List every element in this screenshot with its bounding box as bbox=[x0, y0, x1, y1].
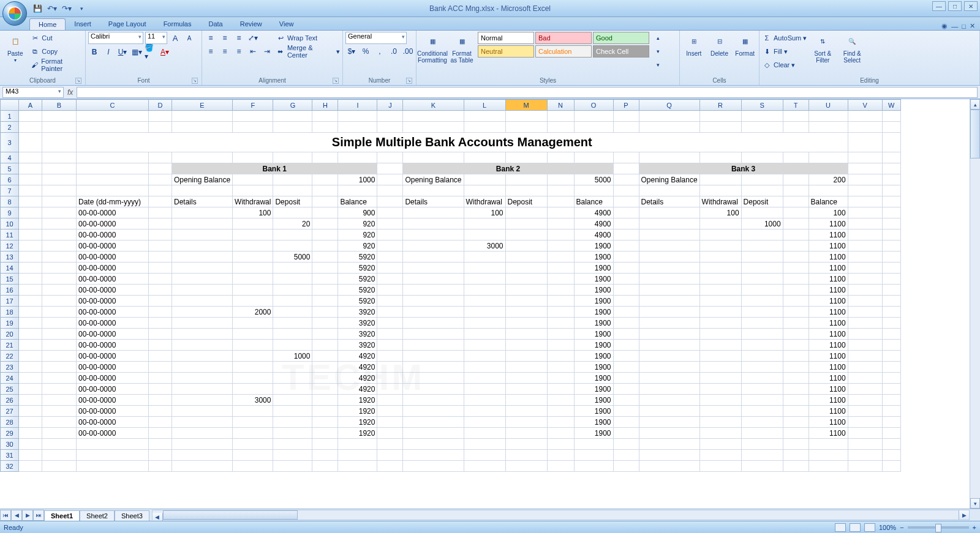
cell[interactable]: 1000 bbox=[273, 351, 312, 362]
cell[interactable] bbox=[547, 229, 574, 240]
cell[interactable]: 1900 bbox=[574, 296, 613, 307]
align-top-icon[interactable]: ≡ bbox=[205, 32, 217, 44]
cell[interactable] bbox=[464, 395, 505, 406]
conditional-formatting-button[interactable]: ▦Conditional Formatting bbox=[419, 32, 446, 65]
cell[interactable] bbox=[172, 384, 233, 395]
cell[interactable]: 1900 bbox=[574, 318, 613, 329]
cell[interactable] bbox=[639, 185, 699, 196]
align-middle-icon[interactable]: ≡ bbox=[219, 32, 231, 44]
cell[interactable] bbox=[699, 307, 741, 318]
cell[interactable] bbox=[403, 450, 464, 461]
cell[interactable] bbox=[809, 439, 848, 450]
cell[interactable] bbox=[233, 461, 273, 472]
cell[interactable] bbox=[403, 307, 464, 318]
sheet-tab-sheet1[interactable]: Sheet1 bbox=[44, 510, 80, 521]
cell[interactable] bbox=[377, 207, 403, 218]
cell[interactable] bbox=[464, 252, 505, 263]
cell[interactable] bbox=[783, 111, 809, 122]
cell[interactable] bbox=[741, 111, 783, 122]
cell[interactable] bbox=[505, 362, 547, 373]
cell[interactable]: 00-00-0000 bbox=[77, 307, 149, 318]
col-header-W[interactable]: W bbox=[882, 100, 900, 111]
cell[interactable] bbox=[19, 207, 42, 218]
cell[interactable] bbox=[882, 229, 900, 240]
cell[interactable] bbox=[505, 450, 547, 461]
cell[interactable] bbox=[19, 417, 42, 428]
cell[interactable] bbox=[882, 185, 900, 196]
cell[interactable] bbox=[882, 174, 900, 185]
cell[interactable] bbox=[741, 406, 783, 417]
cell[interactable] bbox=[149, 439, 172, 450]
cell[interactable] bbox=[19, 185, 42, 196]
cell[interactable] bbox=[172, 461, 233, 472]
cell[interactable]: 5920 bbox=[338, 263, 377, 274]
cell[interactable] bbox=[273, 329, 312, 340]
cell[interactable] bbox=[741, 307, 783, 318]
maximize-button[interactable]: □ bbox=[948, 1, 962, 11]
cell[interactable] bbox=[464, 285, 505, 296]
cell[interactable]: 4920 bbox=[338, 362, 377, 373]
cell[interactable] bbox=[639, 428, 699, 439]
cell[interactable]: 200 bbox=[809, 174, 848, 185]
insert-cells-button[interactable]: ⊞Insert bbox=[682, 32, 706, 58]
tab-formulas[interactable]: Formulas bbox=[155, 18, 200, 30]
cell[interactable] bbox=[377, 318, 403, 329]
cell[interactable] bbox=[547, 351, 574, 362]
cell[interactable] bbox=[19, 152, 42, 163]
cell[interactable]: 1000 bbox=[741, 218, 783, 229]
cell[interactable] bbox=[848, 218, 882, 229]
cell[interactable] bbox=[809, 122, 848, 133]
col-header-T[interactable]: T bbox=[783, 100, 809, 111]
cell[interactable] bbox=[233, 285, 273, 296]
merge-center-button[interactable]: ⬌Merge & Center▾ bbox=[276, 45, 340, 58]
cell[interactable] bbox=[149, 406, 172, 417]
cell[interactable] bbox=[149, 307, 172, 318]
row-header-6[interactable]: 6 bbox=[1, 174, 19, 185]
cell[interactable] bbox=[613, 461, 639, 472]
cell[interactable] bbox=[312, 185, 338, 196]
cell[interactable] bbox=[42, 362, 77, 373]
cell[interactable] bbox=[377, 450, 403, 461]
decrease-indent-icon[interactable]: ⇤ bbox=[247, 45, 259, 58]
cell[interactable]: Bank 3 bbox=[639, 163, 848, 174]
cell[interactable]: 4900 bbox=[574, 207, 613, 218]
col-header-S[interactable]: S bbox=[741, 100, 783, 111]
col-header-V[interactable]: V bbox=[848, 100, 882, 111]
style-calculation[interactable]: Calculation bbox=[535, 45, 592, 58]
cell[interactable]: 1900 bbox=[574, 351, 613, 362]
cell[interactable] bbox=[699, 373, 741, 384]
cell[interactable] bbox=[848, 351, 882, 362]
col-header-L[interactable]: L bbox=[464, 100, 505, 111]
cell[interactable] bbox=[233, 296, 273, 307]
cell[interactable] bbox=[42, 340, 77, 351]
cell[interactable] bbox=[273, 318, 312, 329]
cell[interactable] bbox=[505, 152, 547, 163]
copy-button[interactable]: ⧉Copy bbox=[30, 45, 83, 58]
row-header-7[interactable]: 7 bbox=[1, 185, 19, 196]
cell[interactable] bbox=[377, 362, 403, 373]
cell[interactable] bbox=[233, 362, 273, 373]
cell[interactable] bbox=[172, 406, 233, 417]
cell[interactable] bbox=[699, 229, 741, 240]
col-header-J[interactable]: J bbox=[377, 100, 403, 111]
cell[interactable]: 900 bbox=[338, 207, 377, 218]
style-good[interactable]: Good bbox=[593, 32, 649, 44]
cell[interactable] bbox=[149, 196, 172, 207]
cell[interactable] bbox=[233, 439, 273, 450]
cell[interactable] bbox=[377, 461, 403, 472]
cell[interactable] bbox=[639, 329, 699, 340]
zoom-out-icon[interactable]: − bbox=[900, 524, 903, 531]
cell[interactable] bbox=[699, 252, 741, 263]
cell[interactable] bbox=[505, 439, 547, 450]
cell[interactable]: 3000 bbox=[233, 395, 273, 406]
cell[interactable] bbox=[547, 196, 574, 207]
cell[interactable] bbox=[574, 439, 613, 450]
cell[interactable]: Details bbox=[403, 196, 464, 207]
cell[interactable]: 1900 bbox=[574, 340, 613, 351]
col-header-K[interactable]: K bbox=[403, 100, 464, 111]
cell[interactable] bbox=[42, 373, 77, 384]
cell[interactable] bbox=[172, 152, 233, 163]
cell[interactable] bbox=[505, 174, 547, 185]
cell[interactable] bbox=[741, 340, 783, 351]
align-bottom-icon[interactable]: ≡ bbox=[233, 32, 245, 44]
